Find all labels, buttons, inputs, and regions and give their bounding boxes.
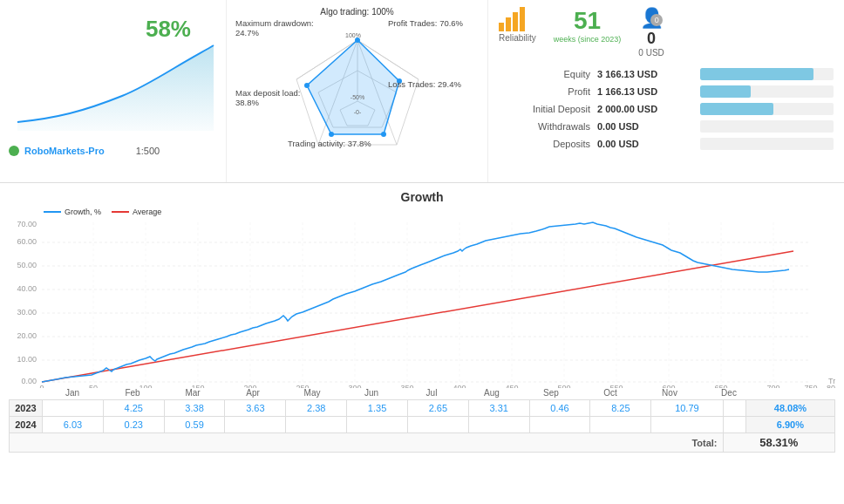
rel-bar-1 xyxy=(499,23,504,31)
radar-loss-trades: Loss Trades: 29.4% xyxy=(388,79,461,89)
svg-text:100: 100 xyxy=(139,384,152,388)
radar-labels: 100% -50% -0- Maximum drawdown:24.7% Max… xyxy=(235,18,480,158)
weeks-number: 51 xyxy=(554,7,622,35)
weeks-block: 51 weeks (since 2023) xyxy=(554,7,622,44)
metric-label-profit: Profit xyxy=(499,86,590,97)
month-jun: Jun xyxy=(342,388,401,398)
broker-name: RoboMarkets-Pro xyxy=(24,146,105,156)
month-labels: Jan Feb Mar Apr May Jun Jul Aug Sep Oct … xyxy=(9,388,835,398)
cell-2023-jun: 1.35 xyxy=(347,400,408,417)
svg-text:30.00: 30.00 xyxy=(17,308,37,317)
total-value: 58.31% xyxy=(723,433,835,453)
metric-value-profit: 1 166.13 USD xyxy=(597,86,693,97)
metric-withdrawals: Withdrawals 0.00 USD xyxy=(499,120,834,133)
month-dec: Dec xyxy=(699,388,759,398)
metric-value-deposits: 0.00 USD xyxy=(597,139,693,149)
svg-text:200: 200 xyxy=(243,384,256,388)
table-row-2023: 2023 4.25 3.38 3.63 2.38 1.35 2.65 3.31 … xyxy=(10,400,835,417)
svg-text:650: 650 xyxy=(714,384,727,388)
metric-bar-profit xyxy=(700,85,834,98)
month-jan: Jan xyxy=(42,388,103,398)
month-oct: Oct xyxy=(581,388,640,398)
cell-2023-feb: 4.25 xyxy=(103,400,164,417)
radar-profit-trades: Profit Trades: 70.6% xyxy=(388,18,463,28)
svg-line-64 xyxy=(42,251,793,382)
year-cell-2024: 2024 xyxy=(10,417,43,433)
cell-2024-may xyxy=(286,417,347,433)
cell-2024-ytd: 6.90% xyxy=(745,417,834,433)
growth-chart-svg: 0.00 10.00 20.00 30.00 40.00 50.00 60.00… xyxy=(9,218,835,388)
svg-point-12 xyxy=(329,132,334,137)
metric-equity: Equity 3 166.13 USD xyxy=(499,68,834,80)
svg-text:0.00: 0.00 xyxy=(21,377,37,385)
legend-growth-dot xyxy=(44,211,61,213)
cell-2024-jan: 6.03 xyxy=(43,417,104,433)
metric-bar-withdrawals xyxy=(700,120,834,133)
chart-area: 0.00 10.00 20.00 30.00 40.00 50.00 60.00… xyxy=(9,218,835,388)
metric-label-equity: Equity xyxy=(499,69,590,79)
usd-number: 0 xyxy=(638,30,664,48)
rel-bar-4 xyxy=(520,7,525,31)
month-apr: Apr xyxy=(223,388,282,398)
performance-table: 2023 4.25 3.38 3.63 2.38 1.35 2.65 3.31 … xyxy=(9,399,835,453)
growth-mini-panel: 58% RoboMarkets-Pro 1:500 xyxy=(0,0,227,182)
metric-label-deposits: Deposits xyxy=(499,139,590,149)
radar-trading-activity: Trading activity: 37.8% xyxy=(288,139,371,148)
svg-text:70.00: 70.00 xyxy=(17,220,37,228)
svg-text:250: 250 xyxy=(296,384,309,388)
radar-title: Algo trading: 100% xyxy=(235,7,479,17)
cell-2023-aug: 3.31 xyxy=(468,400,529,417)
total-label: Total: xyxy=(10,433,724,453)
metric-deposits: Deposits 0.00 USD xyxy=(499,138,834,150)
svg-text:50.00: 50.00 xyxy=(17,261,37,269)
svg-text:800: 800 xyxy=(827,384,835,388)
svg-text:600: 600 xyxy=(662,384,675,388)
reliability-bars xyxy=(499,7,536,31)
broker-status-dot xyxy=(9,146,19,156)
svg-text:500: 500 xyxy=(557,384,570,388)
cell-2024-apr xyxy=(225,417,286,433)
svg-text:-0-: -0- xyxy=(354,109,362,115)
cell-2023-apr: 3.63 xyxy=(225,400,286,417)
metric-profit: Profit 1 166.13 USD xyxy=(499,85,834,98)
table-row-2024: 2024 6.03 0.23 0.59 6.90% xyxy=(10,417,835,433)
svg-text:0: 0 xyxy=(39,384,44,388)
month-sep: Sep xyxy=(521,388,581,398)
growth-percent: 58% xyxy=(146,16,191,43)
svg-text:40.00: 40.00 xyxy=(17,284,37,293)
legend-average-label: Average xyxy=(133,208,161,216)
legend-average: Average xyxy=(112,208,161,216)
legend-average-dot xyxy=(112,211,129,213)
legend-growth: Growth, % xyxy=(44,208,101,216)
month-aug: Aug xyxy=(462,388,521,398)
svg-text:20.00: 20.00 xyxy=(17,331,37,340)
svg-text:50: 50 xyxy=(89,384,98,388)
month-may: May xyxy=(282,388,342,398)
cell-2024-feb: 0.23 xyxy=(103,417,164,433)
metrics-grid: Equity 3 166.13 USD Profit 1 166.13 USD … xyxy=(499,68,834,150)
cell-2024-sep xyxy=(529,417,590,433)
svg-text:60.00: 60.00 xyxy=(17,237,37,246)
metric-label-initial-deposit: Initial Deposit xyxy=(499,104,590,114)
svg-text:150: 150 xyxy=(191,384,204,388)
usd-block: 👤 0 0 0 USD xyxy=(638,7,664,58)
metric-label-withdrawals: Withdrawals xyxy=(499,121,590,132)
broker-leverage: 1:500 xyxy=(136,146,160,156)
metric-value-withdrawals: 0.00 USD xyxy=(597,121,693,132)
svg-text:10.00: 10.00 xyxy=(17,355,37,364)
cell-2023-mar: 3.38 xyxy=(164,400,225,417)
svg-text:550: 550 xyxy=(609,384,623,388)
metric-bar-equity xyxy=(700,68,834,80)
metric-bar-initial-deposit xyxy=(700,103,834,115)
usd-label: 0 USD xyxy=(638,48,664,58)
metric-value-initial-deposit: 2 000.00 USD xyxy=(597,104,693,114)
rel-bar-2 xyxy=(506,17,511,31)
month-jul: Jul xyxy=(401,388,462,398)
svg-text:450: 450 xyxy=(505,384,518,388)
cell-2023-may: 2.38 xyxy=(286,400,347,417)
cell-2023-ytd: 48.08% xyxy=(745,400,834,417)
weeks-label: weeks (since 2023) xyxy=(554,35,622,44)
svg-text:350: 350 xyxy=(400,384,413,388)
radar-panel: Algo trading: 100% xyxy=(227,0,488,182)
month-feb: Feb xyxy=(103,388,162,398)
